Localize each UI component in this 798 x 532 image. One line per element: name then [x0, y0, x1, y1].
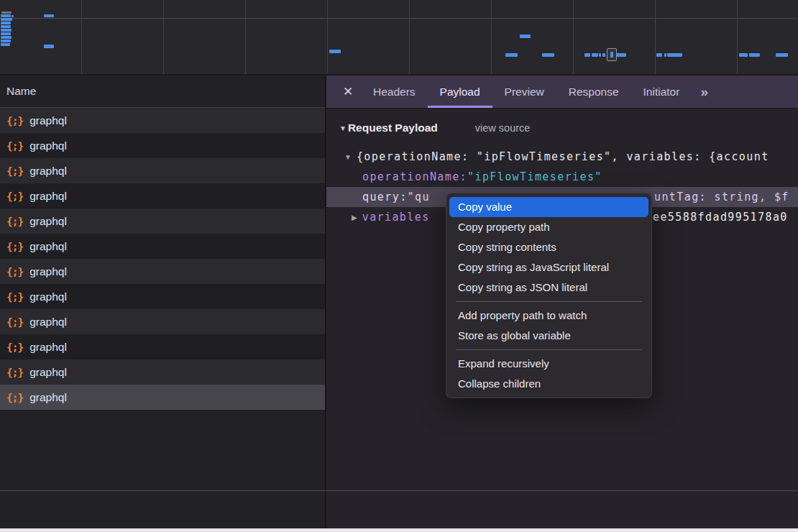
request-name-label: graphql — [29, 366, 67, 379]
request-name-label: graphql — [29, 190, 67, 203]
request-name-label: graphql — [29, 391, 67, 404]
request-timeline-bar — [1, 22, 11, 24]
json-braces-icon: {;} — [6, 115, 23, 127]
request-row[interactable]: {;}graphql — [0, 133, 325, 158]
request-list-header-name[interactable]: Name — [0, 75, 325, 108]
request-timeline-bar — [1, 32, 11, 35]
request-name-label: graphql — [29, 215, 67, 228]
menu-separator — [456, 349, 642, 350]
close-icon[interactable]: ✕ — [335, 75, 361, 108]
request-timeline-bar — [329, 50, 341, 53]
overview-gridline — [327, 0, 328, 74]
request-timeline-bar — [12, 15, 14, 17]
request-name-label: graphql — [29, 240, 67, 253]
menu-item-collapse-children[interactable]: Collapse children — [449, 374, 648, 394]
request-timeline-bar — [1, 43, 10, 46]
detail-tabbar: ✕ HeadersPayloadPreviewResponseInitiator… — [326, 75, 798, 108]
tab-response[interactable]: Response — [556, 75, 631, 108]
request-row[interactable]: {;}graphql — [0, 158, 325, 183]
devtools-network-panel: Name {;}graphql{;}graphql{;}graphql{;}gr… — [0, 0, 798, 532]
request-timeline-bar — [592, 53, 598, 57]
menu-item-add-property-path-to-watch[interactable]: Add property path to watch — [449, 306, 648, 326]
collapsed-caret-icon: ▶ — [352, 214, 357, 221]
menu-item-store-as-global-variable[interactable]: Store as global variable — [449, 326, 648, 346]
menu-item-copy-string-as-json-literal[interactable]: Copy string as JSON literal — [449, 278, 648, 298]
expanded-caret-icon: ▼ — [344, 153, 352, 161]
overview-gridline — [163, 0, 164, 74]
request-timeline-bar — [739, 53, 748, 57]
request-timeline-bar — [599, 53, 601, 57]
request-timeline-bar — [749, 53, 760, 57]
json-braces-icon: {;} — [6, 341, 23, 353]
request-timeline-bar — [520, 35, 531, 38]
payload-variables-row[interactable]: ▶ variables — [352, 208, 430, 226]
request-row[interactable]: {;}graphql — [0, 259, 325, 284]
request-timeline-bar — [1, 36, 12, 39]
request-row[interactable]: {;}graphql — [0, 284, 325, 309]
request-row[interactable]: {;}graphql — [0, 208, 325, 234]
menu-item-copy-property-path[interactable]: Copy property path — [449, 217, 648, 237]
request-row[interactable]: {;}graphql — [0, 234, 325, 259]
overview-gridline — [737, 0, 738, 74]
tab-payload[interactable]: Payload — [428, 75, 492, 108]
menu-item-expand-recursively[interactable]: Expand recursively — [449, 354, 648, 374]
tab-preview[interactable]: Preview — [492, 75, 556, 108]
request-row[interactable]: {;}graphql — [0, 385, 325, 410]
overview-gridline — [245, 0, 246, 74]
menu-item-copy-string-contents[interactable]: Copy string contents — [449, 237, 648, 257]
payload-root-preview: {operationName: "ipFlowTimeseries", vari… — [357, 150, 769, 163]
request-timeline-bar — [664, 53, 666, 57]
request-row[interactable]: {;}graphql — [0, 334, 325, 359]
request-timeline-bar — [776, 53, 788, 57]
detail-tabs: HeadersPayloadPreviewResponseInitiator — [361, 75, 692, 108]
section-title: Request Payload — [348, 121, 438, 134]
query-row-left: query: "qu — [362, 187, 430, 207]
request-row[interactable]: {;}graphql — [0, 183, 325, 208]
request-timeline-bar — [1, 25, 11, 28]
tab-initiator[interactable]: Initiator — [631, 75, 692, 108]
view-source-link[interactable]: view source — [475, 122, 531, 134]
payload-root-node[interactable]: ▼ {operationName: "ipFlowTimeseries", va… — [344, 147, 798, 166]
request-row[interactable]: {;}graphql — [0, 309, 325, 334]
request-timeline-bar — [1, 18, 12, 21]
request-name-label: graphql — [29, 265, 67, 278]
request-timeline-bar — [1, 12, 12, 14]
summary-divider — [0, 490, 798, 491]
menu-item-copy-string-as-javascript-literal[interactable]: Copy string as JavaScript literal — [449, 257, 648, 278]
request-timeline-bar — [656, 53, 662, 57]
request-timeline-bar — [505, 53, 518, 57]
request-name-label: graphql — [29, 114, 67, 127]
json-braces-icon: {;} — [6, 266, 23, 278]
json-braces-icon: {;} — [6, 165, 23, 177]
json-braces-icon: {;} — [6, 216, 23, 227]
request-row[interactable]: {;}graphql — [0, 108, 325, 133]
json-braces-icon: {;} — [6, 367, 23, 378]
json-braces-icon: {;} — [6, 140, 23, 152]
request-timeline-bar — [602, 53, 605, 57]
request-timeline-bar — [44, 45, 54, 48]
payload-operation-name-row[interactable]: operationName: "ipFlowTimeseries" — [362, 168, 602, 186]
json-braces-icon: {;} — [6, 291, 23, 303]
overview-gridline — [655, 0, 656, 74]
menu-separator — [456, 301, 642, 302]
property-value: "ipFlowTimeseries" — [467, 170, 602, 183]
overview-gridline — [491, 0, 492, 74]
menu-item-copy-value[interactable]: Copy value — [449, 197, 648, 217]
overview-gridline — [81, 0, 82, 74]
more-tabs-icon[interactable]: » — [694, 75, 714, 108]
request-name-label: graphql — [29, 316, 67, 329]
request-timeline-bar — [584, 53, 590, 57]
request-timeline-bar — [617, 53, 626, 57]
request-list-panel: Name {;}graphql{;}graphql{;}graphql{;}gr… — [0, 75, 325, 532]
variables-row-right-fragment: ee5588fdad995178a0 — [653, 208, 788, 226]
overview-gridline — [409, 0, 410, 74]
request-timeline-bar — [1, 40, 11, 42]
request-payload-section[interactable]: ▼ Request Payload view source — [339, 119, 530, 137]
window-bottom-edge — [0, 528, 798, 532]
network-overview-timeline[interactable] — [0, 0, 798, 75]
name-column-label: Name — [6, 85, 36, 97]
tab-headers[interactable]: Headers — [361, 75, 428, 108]
request-row[interactable]: {;}graphql — [0, 359, 325, 385]
json-braces-icon: {;} — [6, 316, 23, 328]
request-name-label: graphql — [29, 139, 67, 152]
